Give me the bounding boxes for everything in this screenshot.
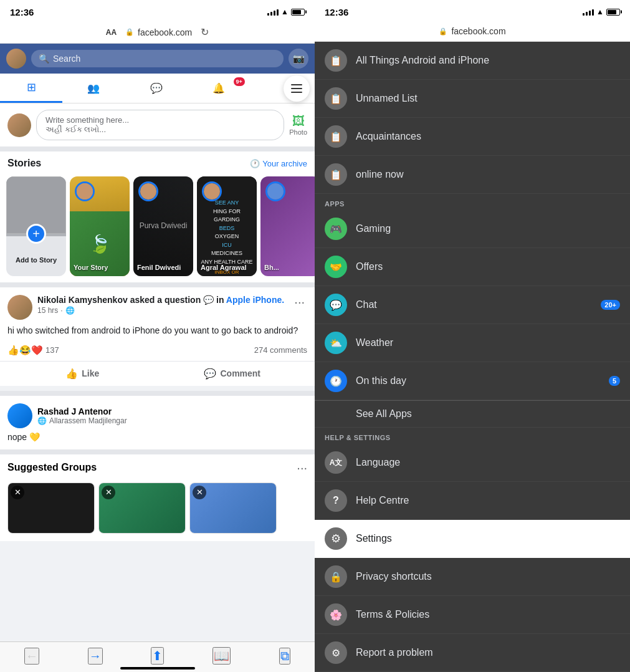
online-icon: 📋 [325, 163, 347, 186]
status-bar-right: 12:36 ▲ [315, 0, 630, 22]
post-photo-btn[interactable]: 🖼 Photo [289, 114, 307, 136]
messenger-icon: 💬 [150, 82, 163, 94]
time-right: 12:36 [325, 7, 348, 17]
menu-item-help[interactable]: ? Help Centre [315, 482, 630, 520]
home-indicator [120, 667, 195, 670]
weather-icon: ⛅ [325, 332, 347, 354]
friends-icon: 👥 [87, 82, 100, 94]
post-header: Nikolai Kamyshenkov asked a question 💬 i… [0, 287, 315, 325]
android-label: All Things Android and iPhone [356, 55, 489, 66]
lock-icon: 🔒 [125, 28, 134, 36]
menu-item-android[interactable]: 📋 All Things Android and iPhone [315, 42, 630, 80]
user-avatar-small[interactable] [6, 49, 26, 69]
lock-icon-right: 🔒 [439, 27, 447, 36]
close-suggested-3[interactable]: ✕ [193, 486, 206, 499]
menu-item-terms[interactable]: 🌸 Terms & Policies [315, 596, 630, 634]
menu-item-settings[interactable]: ⚙ Settings [315, 520, 630, 558]
like-icon: 👍 [65, 368, 78, 380]
battery-icon-right [606, 9, 620, 16]
close-suggested-1[interactable]: ✕ [11, 486, 24, 499]
hamburger-menu-btn[interactable] [284, 75, 310, 102]
post-action: asked a question 💬 in [130, 295, 226, 305]
share-btn[interactable]: ⬆ [151, 647, 164, 665]
stories-title: Stories [7, 158, 41, 169]
menu-item-weather[interactable]: ⛅ Weather [315, 324, 630, 362]
chat-label: Chat [356, 299, 377, 310]
menu-item-onthisday[interactable]: 🕐 On this day 5 [315, 362, 630, 400]
rashad-name[interactable]: Rashad J Antenor [37, 406, 127, 416]
menu-item-acquaintances[interactable]: 📋 Acquaintances [315, 118, 630, 156]
menu-item-online[interactable]: 📋 online now [315, 156, 630, 194]
story-fenil[interactable]: Purva Dwivedi Fenil Dwivedi [133, 176, 193, 276]
url-bar-left[interactable]: AA 🔒 facebook.com ↻ [0, 22, 315, 44]
right-panel: 12:36 ▲ 🔒 facebook.com 📋 All Things Andr… [315, 0, 630, 672]
acquaintances-icon: 📋 [325, 125, 347, 148]
reaction-emojis: 👍😂❤️ [7, 345, 43, 356]
camera-btn[interactable]: 📷 [289, 49, 308, 69]
story-avatar-bh [265, 181, 285, 201]
rashad-post: Rashad J Antenor 🌐 Allarassem Madjilenga… [0, 391, 315, 449]
post-user-info: Nikolai Kamyshenkov asked a question 💬 i… [37, 295, 287, 315]
tab-menu [250, 74, 315, 103]
story-bh[interactable]: Bh... [260, 176, 315, 276]
post-placeholder: Write something here... [45, 115, 275, 125]
url-text-right: facebook.com [451, 26, 505, 36]
archive-link[interactable]: 🕐 Your archive [250, 159, 307, 168]
menu-item-offers[interactable]: 🤝 Offers [315, 248, 630, 286]
menu-item-chat[interactable]: 💬 Chat 20+ [315, 286, 630, 324]
menu-item-privacy[interactable]: 🔒 Privacy shortcuts [315, 558, 630, 596]
menu-item-see-all-apps[interactable]: See All Apps [315, 400, 630, 428]
language-icon: A文 [325, 451, 347, 474]
weather-label: Weather [356, 337, 393, 348]
tab-notifications[interactable]: 🔔 9+ [188, 74, 250, 103]
suggested-card-1[interactable]: ✕ [7, 482, 95, 534]
apps-section-header: APPS [315, 194, 630, 210]
post-more-btn[interactable]: ··· [292, 295, 307, 309]
story-fenil-label: Fenil Dwivedi [137, 264, 189, 271]
chat-badge: 20+ [601, 300, 620, 310]
gaming-icon: 🎮 [325, 218, 347, 240]
menu-item-gaming[interactable]: 🎮 Gaming [315, 210, 630, 248]
rashad-info: Rashad J Antenor 🌐 Allarassem Madjilenga… [37, 406, 127, 425]
android-list-icon: 📋 [325, 49, 347, 72]
search-placeholder: Search [53, 54, 80, 64]
tab-home[interactable]: ⊞ [0, 74, 62, 103]
left-panel: 12:36 ▲ AA 🔒 facebook.com ↻ 🔍 Search [0, 0, 315, 672]
notification-badge: 9+ [234, 77, 245, 86]
forward-btn[interactable]: → [88, 648, 103, 665]
comments-count[interactable]: 274 comments [254, 345, 307, 355]
unnamed-list-icon: 📋 [325, 87, 347, 110]
font-size-btn[interactable]: AA [106, 28, 117, 37]
bookmarks-btn[interactable]: 📖 [212, 647, 231, 665]
menu-item-unnamed[interactable]: 📋 Unnamed List [315, 80, 630, 118]
post-group[interactable]: Apple iPhone. [226, 295, 284, 305]
comment-btn[interactable]: 💬 Comment [158, 364, 308, 383]
post-input[interactable]: Write something here... અહીં કઈક લખો... [36, 110, 284, 140]
suggested-card-3[interactable]: ✕ [189, 482, 277, 534]
post-box: Write something here... અહીં કઈક લખો... … [0, 103, 315, 151]
story-add[interactable]: + Add to Story [6, 176, 66, 276]
home-icon: ⊞ [27, 80, 36, 94]
refresh-btn[interactable]: ↻ [201, 26, 209, 38]
menu-item-report[interactable]: ⚙ Report a problem [315, 634, 630, 672]
close-suggested-2[interactable]: ✕ [102, 486, 115, 499]
stories-scroll: + Add to Story 🍃 Your Story [0, 173, 315, 287]
url-bar-right[interactable]: 🔒 facebook.com [315, 22, 630, 42]
suggested-card-2[interactable]: ✕ [98, 482, 186, 534]
tabs-btn[interactable]: ⧉ [279, 648, 290, 665]
suggested-more-btn[interactable]: ··· [297, 461, 307, 475]
post-username[interactable]: Nikolai Kamyshenkov asked a question 💬 i… [37, 295, 287, 305]
suggested-img-1: ✕ [8, 483, 94, 533]
tab-friends[interactable]: 👥 [62, 74, 125, 103]
help-icon: ? [325, 489, 347, 512]
menu-item-language[interactable]: A文 Language [315, 444, 630, 482]
back-btn[interactable]: ← [24, 648, 39, 665]
language-label: Language [356, 457, 400, 468]
post-item: Nikolai Kamyshenkov asked a question 💬 i… [0, 287, 315, 386]
story-yours[interactable]: 🍃 Your Story [70, 176, 130, 276]
photo-icon: 🖼 [292, 114, 305, 128]
like-btn[interactable]: 👍 Like [7, 364, 158, 383]
tab-messenger[interactable]: 💬 [125, 74, 187, 103]
story-agral[interactable]: SEE ANY HING FOR GARDING BEDS OXYGEN ICU… [197, 176, 257, 276]
search-input[interactable]: 🔍 Search [31, 50, 284, 67]
